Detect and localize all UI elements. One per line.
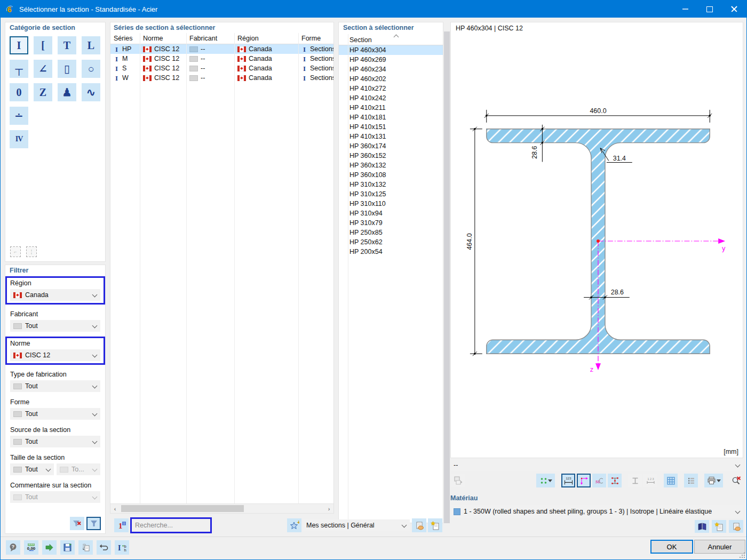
- list-item[interactable]: HP 410x211: [339, 103, 443, 113]
- list-item[interactable]: HP 460x304: [339, 45, 443, 55]
- show-outline-button[interactable]: [628, 474, 642, 487]
- table-row[interactable]: IM CISC 12 -- Canada ISections: [110, 54, 333, 63]
- apply-settings-button[interactable]: [42, 540, 57, 555]
- scrollbar-thumb[interactable]: [121, 505, 244, 512]
- filter-dropdown[interactable]: Tout: [10, 320, 100, 332]
- horizontal-scrollbar[interactable]: ‹ ›: [110, 503, 333, 513]
- sections-column-header[interactable]: Section: [339, 33, 443, 45]
- show-points-button[interactable]: [536, 474, 555, 487]
- decimal-places-button[interactable]: 0,00: [24, 540, 38, 555]
- list-item[interactable]: HP 360x152: [339, 151, 443, 161]
- list-item[interactable]: HP 310x94: [339, 209, 443, 218]
- favorites-group-dropdown[interactable]: Mes sections | Général: [303, 519, 410, 531]
- edit-favorites-button[interactable]: [412, 518, 426, 532]
- category-button[interactable]: ┬: [10, 60, 28, 78]
- table-row[interactable]: IHP CISC 12 -- Canada ISections: [110, 44, 333, 54]
- list-item[interactable]: HP 410x181: [339, 113, 443, 122]
- maximize-button[interactable]: [697, 1, 722, 18]
- list-item[interactable]: HP 360x108: [339, 170, 443, 180]
- list-item[interactable]: HP 360x132: [339, 161, 443, 170]
- search-input[interactable]: [132, 519, 210, 532]
- transfer-parameters-button[interactable]: [78, 540, 93, 555]
- material-library-button[interactable]: [695, 520, 709, 533]
- section-info-button[interactable]: 1 i: [114, 518, 129, 532]
- save-defaults-button[interactable]: [60, 540, 75, 555]
- category-button[interactable]: 0: [10, 83, 28, 101]
- show-axes-button[interactable]: [577, 474, 591, 487]
- list-item[interactable]: HP 410x131: [339, 132, 443, 141]
- category-button[interactable]: [: [34, 36, 52, 54]
- category-button[interactable]: ∸: [10, 107, 28, 125]
- list-item[interactable]: HP 310x125: [339, 189, 443, 199]
- filter-dropdown[interactable]: Tout: [10, 380, 100, 392]
- filter-dropdown-secondary[interactable]: To...: [57, 463, 100, 475]
- list-item[interactable]: HP 310x110: [339, 199, 443, 209]
- close-button[interactable]: [722, 1, 746, 18]
- filter-dropdown[interactable]: Tout: [10, 436, 100, 447]
- edit-material-button[interactable]: [729, 520, 743, 533]
- undo-button[interactable]: [97, 540, 111, 555]
- cancel-button[interactable]: Annuler: [694, 540, 745, 554]
- table-row[interactable]: IW CISC 12 -- Canada ISections: [110, 73, 333, 83]
- table-row[interactable]: IS CISC 12 -- Canada ISections: [110, 63, 333, 73]
- export-graphic-button[interactable]: [451, 474, 465, 487]
- clear-filter-button[interactable]: [70, 517, 84, 530]
- category-button[interactable]: IV: [10, 130, 28, 148]
- show-numbering-button[interactable]: 1 2 3: [643, 474, 657, 487]
- filter-value: To...: [71, 466, 84, 473]
- list-item[interactable]: HP 410x151: [339, 122, 443, 132]
- new-material-button[interactable]: [712, 520, 726, 533]
- category-button[interactable]: I: [10, 36, 28, 54]
- category-button[interactable]: Z: [34, 83, 52, 101]
- category-button[interactable]: ∿: [82, 83, 100, 101]
- parametric-section-button[interactable]: ⌐: [10, 246, 21, 257]
- category-button[interactable]: ♟: [58, 83, 76, 101]
- zoom-reset-button[interactable]: [729, 474, 743, 487]
- list-item[interactable]: HP 310x79: [339, 218, 443, 228]
- category-button[interactable]: ▯: [58, 60, 76, 78]
- details-button[interactable]: [684, 474, 698, 487]
- filter-toggle-button[interactable]: [86, 517, 101, 530]
- category-button[interactable]: ○: [82, 60, 100, 78]
- add-to-favorites-button[interactable]: +: [287, 518, 301, 532]
- column-header[interactable]: Séries: [110, 35, 140, 42]
- show-stress-points-button[interactable]: [608, 474, 622, 487]
- list-item[interactable]: HP 200x54: [339, 247, 443, 257]
- list-item[interactable]: HP 250x62: [339, 237, 443, 247]
- category-button[interactable]: L: [82, 36, 100, 54]
- filter-dropdown[interactable]: Tout: [10, 408, 100, 420]
- preview-annotation-dropdown[interactable]: --: [450, 459, 743, 471]
- filter-dropdown[interactable]: Tout: [10, 463, 54, 475]
- column-header[interactable]: Région: [234, 35, 298, 42]
- section-dimensions-button[interactable]: I b h: [115, 540, 129, 555]
- resize-grip[interactable]: [740, 553, 745, 558]
- filter-dropdown[interactable]: Tout: [10, 491, 100, 503]
- category-button[interactable]: T: [58, 36, 76, 54]
- material-dropdown[interactable]: 1 - 350W (rolled shapes and sheet piling…: [450, 505, 743, 518]
- show-table-button[interactable]: [664, 474, 678, 487]
- list-item[interactable]: HP 310x132: [339, 180, 443, 189]
- list-item[interactable]: HP 460x234: [339, 65, 443, 74]
- library-section-button[interactable]: ¦: [26, 246, 37, 257]
- scroll-right-arrow[interactable]: ›: [324, 504, 333, 513]
- list-item[interactable]: HP 460x202: [339, 74, 443, 84]
- column-header[interactable]: Fabricant: [186, 35, 234, 42]
- list-item[interactable]: HP 250x85: [339, 228, 443, 237]
- list-item[interactable]: HP 410x242: [339, 93, 443, 103]
- list-item[interactable]: HP 360x174: [339, 141, 443, 151]
- filter-dropdown[interactable]: Canada: [10, 289, 100, 301]
- minimize-button[interactable]: [673, 1, 697, 18]
- category-button[interactable]: ∠: [34, 60, 52, 78]
- column-header[interactable]: Norme: [140, 35, 186, 42]
- ok-button[interactable]: OK: [650, 540, 693, 554]
- filter-dropdown[interactable]: CISC 12: [10, 349, 100, 361]
- help-button[interactable]: ?: [6, 540, 20, 555]
- column-header[interactable]: Forme: [298, 35, 333, 42]
- show-dimensions-button[interactable]: 123: [561, 474, 575, 487]
- list-item[interactable]: HP 460x269: [339, 55, 443, 65]
- list-item[interactable]: HP 410x272: [339, 84, 443, 93]
- scroll-left-arrow[interactable]: ‹: [110, 504, 120, 513]
- show-shear-center-button[interactable]: sc: [592, 474, 606, 487]
- print-button[interactable]: [704, 474, 723, 487]
- new-favorites-group-button[interactable]: [428, 518, 442, 532]
